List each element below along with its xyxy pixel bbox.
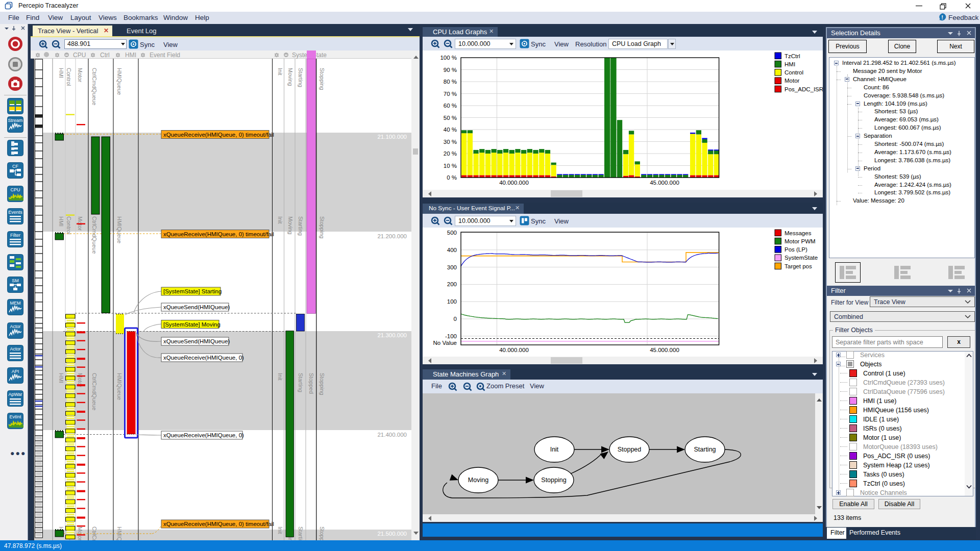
svg-text:10 %: 10 % (444, 163, 457, 169)
svg-text:[SystemState] Moving: [SystemState] Moving (163, 321, 220, 328)
svg-text:Starting: Starting (298, 527, 304, 540)
svg-text:Moving: Moving (287, 216, 293, 234)
svg-text:-100: -100 (445, 333, 457, 339)
svg-text:21.300.000: 21.300.000 (377, 332, 407, 338)
svg-text:HMI: HMI (58, 373, 64, 383)
svg-text:Init: Init (277, 527, 283, 534)
svg-text:0: 0 (454, 316, 457, 322)
svg-text:21.500.000: 21.500.000 (377, 531, 407, 537)
svg-text:40.000.000: 40.000.000 (499, 180, 529, 186)
svg-text:Init: Init (277, 216, 283, 224)
svg-text:xQueueReceive(HMIQueue, 0): xQueueReceive(HMIQueue, 0) (163, 432, 244, 438)
svg-text:Motor PWM: Motor PWM (785, 238, 816, 244)
svg-text:SM: SM (12, 278, 19, 283)
svg-text:Init: Init (277, 68, 283, 76)
svg-text:60 %: 60 % (444, 103, 457, 109)
svg-text:21.400.000: 21.400.000 (377, 432, 407, 438)
svg-text:HMIQueue: HMIQueue (116, 68, 122, 95)
svg-text:Stopping: Stopping (319, 373, 325, 395)
svg-text:xQueueReceive(HMIQueue, 0) tim: xQueueReceive(HMIQueue, 0) timeout/fail (163, 132, 274, 138)
svg-text:CF: CF (12, 164, 18, 169)
svg-text:API: API (12, 369, 19, 374)
svg-text:Pos (LP): Pos (LP) (785, 246, 807, 253)
svg-text:Stream: Stream (8, 118, 22, 123)
svg-text:CtrlCmdQueue: CtrlCmdQueue (91, 68, 97, 105)
svg-text:TzCtrl: TzCtrl (785, 53, 800, 59)
svg-text:Filter: Filter (10, 233, 20, 238)
svg-text:0 %: 0 % (447, 174, 457, 181)
svg-text:No Value: No Value (433, 340, 457, 346)
svg-text:xQueueSend(HMIQueue): xQueueSend(HMIQueue) (163, 304, 230, 310)
svg-text:Starting: Starting (298, 373, 304, 392)
svg-text:30 %: 30 % (444, 139, 457, 145)
svg-text:90 %: 90 % (444, 67, 457, 73)
svg-text:400: 400 (447, 247, 457, 253)
svg-text:MEM: MEM (10, 300, 21, 306)
svg-text:xQueueReceive(HMIQueue, 0) tim: xQueueReceive(HMIQueue, 0) timeout/fail (163, 231, 274, 237)
svg-text:Pos_ADC_ISR: Pos_ADC_ISR (785, 86, 823, 92)
svg-text:HMIQueue: HMIQueue (116, 216, 122, 243)
svg-text:80 %: 80 % (444, 79, 457, 85)
svg-text:Stopping: Stopping (319, 68, 325, 90)
svg-text:Starting: Starting (298, 216, 304, 236)
svg-text:Starting: Starting (298, 68, 304, 87)
svg-text:HMI: HMI (785, 61, 795, 67)
svg-text:SystemState: SystemState (785, 255, 818, 261)
svg-text:HMI: HMI (58, 68, 64, 78)
svg-text:Moving: Moving (468, 477, 488, 484)
svg-text:xQueueSend(HMIQueue): xQueueSend(HMIQueue) (163, 338, 230, 344)
svg-text:70 %: 70 % (444, 91, 457, 97)
svg-text:Target pos: Target pos (785, 263, 812, 269)
svg-text:Messages: Messages (785, 230, 812, 236)
svg-text:500: 500 (447, 230, 457, 236)
svg-text:200: 200 (447, 281, 457, 287)
svg-text:Control: Control (785, 69, 803, 76)
svg-text:45.000.000: 45.000.000 (650, 180, 679, 186)
svg-text:EvtInt: EvtInt (9, 414, 21, 419)
svg-text:20 %: 20 % (444, 151, 457, 157)
svg-text:Motor: Motor (77, 68, 83, 82)
svg-text:Init: Init (277, 373, 283, 381)
svg-text:100: 100 (447, 298, 457, 305)
svg-text:xQueueReceive(HMIQueue, 0) tim: xQueueReceive(HMIQueue, 0) timeout/fail (163, 521, 274, 527)
svg-text:CtrlCmdQueue: CtrlCmdQueue (91, 216, 97, 254)
svg-text:HMI: HMI (58, 216, 64, 227)
svg-text:Control: Control (66, 216, 72, 234)
svg-text:40 %: 40 % (444, 127, 457, 133)
svg-text:Actor: Actor (10, 324, 20, 329)
svg-text:CPU: CPU (10, 187, 20, 192)
svg-text:Moving: Moving (287, 68, 293, 86)
svg-text:!: ! (941, 14, 943, 20)
svg-text:300: 300 (447, 264, 457, 270)
svg-text:Stopped: Stopped (618, 446, 642, 453)
svg-text:21.100.000: 21.100.000 (377, 134, 407, 140)
svg-text:40.000.000: 40.000.000 (499, 347, 529, 353)
svg-text:Stopped: Stopped (308, 373, 314, 394)
svg-text:Init: Init (550, 446, 559, 453)
svg-text:21.200.000: 21.200.000 (377, 233, 407, 239)
svg-text:Stopping: Stopping (319, 527, 325, 540)
svg-text:HMIQueue: HMIQueue (116, 373, 122, 400)
svg-text:xQueueReceive(HMIQueue, 0): xQueueReceive(HMIQueue, 0) (163, 355, 244, 361)
svg-text:Actor: Actor (10, 346, 20, 352)
svg-text:[SystemState] Starting: [SystemState] Starting (163, 288, 222, 294)
svg-text:CtrlCmdQueue: CtrlCmdQueue (91, 373, 97, 410)
svg-text:Motor: Motor (785, 78, 800, 84)
svg-text:ApWar: ApWar (8, 392, 22, 397)
svg-text:Starting: Starting (694, 446, 716, 453)
svg-text:45.000.000: 45.000.000 (650, 347, 679, 353)
svg-text:Control: Control (66, 68, 72, 86)
svg-text:50 %: 50 % (444, 115, 457, 121)
svg-text:100 %: 100 % (440, 55, 457, 61)
svg-text:Stopping: Stopping (319, 216, 325, 238)
svg-text:Events: Events (8, 210, 22, 215)
svg-text:Stopping: Stopping (541, 477, 566, 484)
